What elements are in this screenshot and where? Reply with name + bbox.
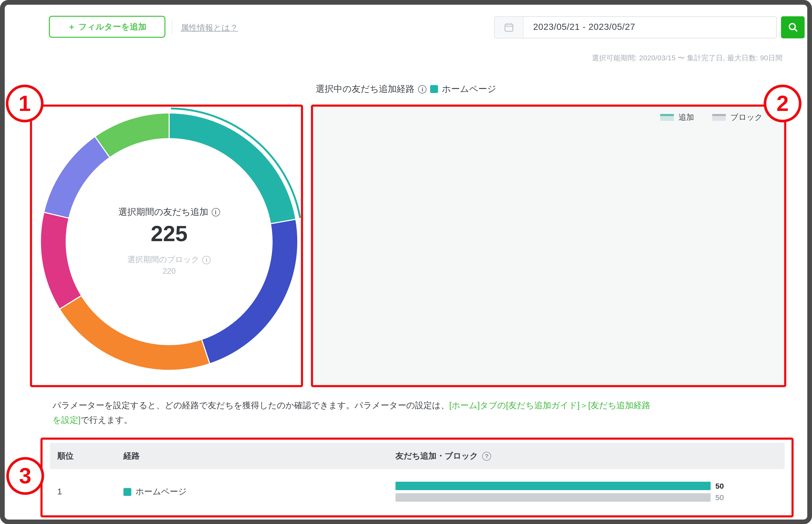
help-text-part: パラメーターを設定すると、どの経路で友だちを獲得したのか確認できます。パラメータ… — [52, 400, 449, 410]
cell-route: ホームページ — [135, 486, 187, 497]
chart-legend: 追加 ブロック — [578, 112, 772, 122]
question-icon[interactable]: ? — [482, 452, 491, 460]
chart-title-text: 選択中の友だち追加経路 — [316, 83, 414, 95]
toolbar-divider — [172, 19, 172, 34]
annotation-number: 1 — [19, 91, 31, 116]
add-filter-button[interactable]: ＋ フィルターを追加 — [49, 16, 166, 38]
annotation-box-donut — [30, 104, 303, 387]
calendar-icon[interactable] — [495, 17, 524, 38]
annotation-circle-1: 1 — [6, 84, 44, 122]
legend-label-block: ブロック — [730, 112, 762, 122]
info-icon[interactable]: i — [418, 85, 427, 93]
legend-label-add: 追加 — [678, 112, 694, 122]
add-block-bars: 50 50 — [395, 482, 785, 502]
date-range-picker[interactable]: 2023/05/21 - 2023/05/27 — [494, 16, 777, 38]
legend-swatch-block — [712, 114, 726, 121]
analytics-page: ＋ フィルターを追加 属性情報とは？ 2023/05/21 - 2023/05/… — [0, 0, 812, 524]
legend-swatch-add — [660, 114, 674, 121]
annotation-number: 2 — [776, 91, 789, 116]
table-header-row: 順位 経路 友だち追加・ブロック ? — [50, 443, 785, 469]
header-metric: 友だち追加・ブロック — [395, 451, 478, 461]
help-link[interactable]: [ホーム]タブの[友だち追加ガイド]＞[友だち追加経路 — [449, 400, 650, 410]
selectable-period-note: 選択可能期間: 2020/03/15 〜 集計完了日, 最大日数: 90日間 — [415, 53, 783, 63]
header-rank: 順位 — [50, 451, 123, 461]
annotation-number: 3 — [19, 463, 31, 488]
annotation-circle-2: 2 — [764, 84, 802, 122]
route-ranking-table: 順位 経路 友だち追加・ブロック ? 1 ホームページ 50 — [50, 443, 785, 514]
annotation-box-linechart — [311, 104, 786, 387]
parameter-help-text: パラメーターを設定すると、どの経路で友だちを獲得したのか確認できます。パラメータ… — [52, 398, 777, 427]
block-bar — [395, 493, 711, 502]
add-bar — [395, 482, 711, 490]
cell-rank: 1 — [50, 487, 123, 496]
search-icon — [787, 21, 799, 33]
add-bar-value: 50 — [715, 482, 724, 490]
legend-item-block[interactable]: ブロック — [712, 112, 762, 122]
selected-route-label: ホームページ — [442, 83, 496, 95]
help-link[interactable]: を設定] — [52, 415, 81, 425]
help-text-part: で行えます。 — [81, 415, 133, 425]
header-route: 経路 — [123, 451, 395, 461]
date-range-value[interactable]: 2023/05/21 - 2023/05/27 — [524, 17, 776, 38]
table-row[interactable]: 1 ホームページ 50 50 — [50, 469, 785, 514]
route-color-swatch — [430, 85, 438, 93]
attribute-info-link[interactable]: 属性情報とは？ — [181, 23, 238, 34]
annotation-circle-3: 3 — [6, 457, 44, 495]
search-button[interactable] — [781, 16, 805, 38]
legend-item-add[interactable]: 追加 — [660, 112, 694, 122]
chart-title-row: 選択中の友だち追加経路 i ホームページ — [0, 83, 812, 95]
block-bar-value: 50 — [715, 493, 724, 502]
route-color-swatch — [123, 488, 131, 496]
